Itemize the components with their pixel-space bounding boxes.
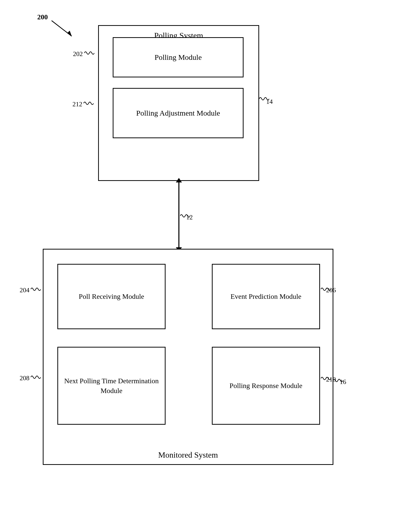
monitored-system-title: Monitored System [44,450,333,460]
arrow-200-icon [49,18,77,41]
polling-module-box: Polling Module [113,37,244,77]
squiggle-204-icon [31,285,41,293]
next-polling-label: Next Polling Time Determination Module [58,376,165,396]
poll-receiving-box: Poll Receiving Module [57,264,166,329]
ref-label-210: 210 [326,376,336,383]
polling-adjustment-label: Polling Adjustment Module [136,108,220,118]
svg-marker-1 [67,31,72,36]
polling-response-box: Polling Response Module [212,347,320,425]
vertical-arrow-icon [178,181,179,249]
squiggle-208-icon [31,373,41,381]
event-prediction-box: Event Prediction Module [212,264,320,329]
ref-label-16: 16 [340,378,346,386]
ref-label-204: 204 [20,286,29,294]
polling-module-label: Polling Module [154,53,202,62]
squiggle-212-icon [84,100,94,107]
poll-receiving-label: Poll Receiving Module [79,292,144,301]
ref-label-200: 200 [37,13,48,21]
ref-label-208: 208 [20,374,29,382]
squiggle-202-icon [84,49,94,57]
ref-label-212: 212 [72,101,82,108]
ref-label-12: 12 [186,214,193,221]
diagram: 200 Polling System 14 Polling Module 202… [0,0,393,532]
ref-label-206: 206 [326,286,336,294]
event-prediction-label: Event Prediction Module [230,292,301,301]
polling-response-label: Polling Response Module [229,381,302,391]
polling-adjustment-box: Polling Adjustment Module [113,88,244,138]
ref-label-202: 202 [73,50,83,58]
next-polling-box: Next Polling Time Determination Module [57,347,166,425]
ref-label-14: 14 [266,98,273,106]
